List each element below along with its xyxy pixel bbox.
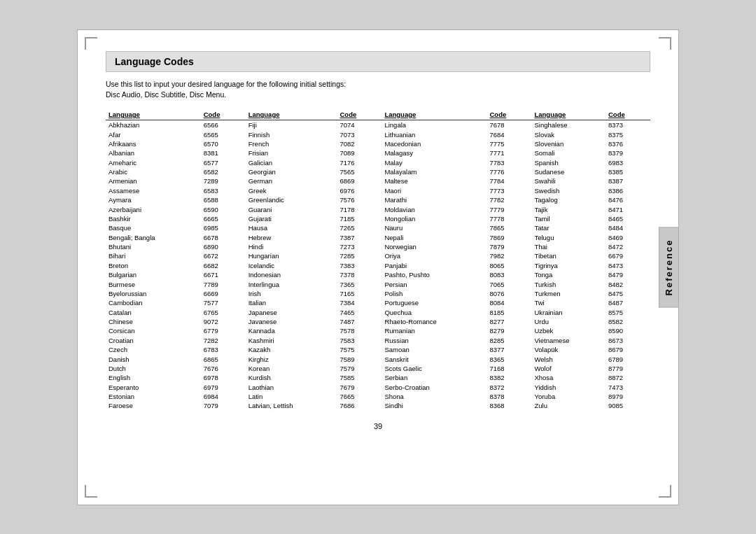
code-cell: 8475	[606, 289, 650, 298]
language-cell: Abkhazian	[106, 120, 201, 130]
code-cell: 7185	[337, 214, 382, 223]
table-row: Catalan6765Japanese7465Quechua8185Ukrain…	[106, 308, 650, 317]
language-cell: Gujarati	[246, 214, 337, 223]
language-cell: Slovenian	[531, 139, 606, 148]
language-cell: Corsican	[106, 326, 201, 335]
code-cell: 7679	[337, 383, 382, 392]
code-cell: 7678	[487, 120, 532, 130]
code-cell: 7771	[487, 148, 532, 157]
code-cell: 7387	[337, 233, 382, 242]
language-cell: Czech	[106, 345, 201, 354]
language-cell: Tibetan	[531, 251, 606, 260]
code-cell: 8582	[606, 317, 650, 326]
code-cell: 8476	[606, 195, 650, 204]
code-cell: 8471	[606, 204, 650, 213]
code-cell: 7378	[337, 270, 382, 279]
table-row: Arabic6582Georgian7565Malayalam7776Sudan…	[106, 167, 650, 176]
code-cell: 6983	[606, 158, 650, 167]
code-cell: 7576	[337, 195, 382, 204]
code-cell: 7789	[201, 279, 246, 288]
language-cell: Singhalese	[531, 120, 606, 130]
language-cell: Croatian	[106, 336, 201, 345]
language-cell: Mongolian	[382, 214, 486, 223]
language-cell: Wolof	[531, 364, 606, 373]
table-row: Dutch7676Korean7579Scots Gaelic7168Wolof…	[106, 364, 650, 373]
col-header-code2: Code	[337, 109, 382, 120]
code-cell: 7082	[337, 139, 382, 148]
code-cell: 6869	[337, 176, 382, 185]
code-cell: 7465	[337, 308, 382, 317]
language-cell: Chinese	[106, 317, 201, 326]
language-cell: Icelandic	[246, 261, 337, 270]
language-cell: Catalan	[106, 308, 201, 317]
page-container: Reference Language Codes Use this list t…	[77, 29, 679, 505]
table-row: Aymara6588Greenlandic7576Marathi7782Taga…	[106, 195, 650, 204]
language-cell: Twi	[531, 298, 606, 307]
language-cell: Rumanian	[382, 326, 486, 335]
language-cell: Byelorussian	[106, 289, 201, 298]
code-cell: 8679	[606, 345, 650, 354]
language-cell: Xhosa	[531, 373, 606, 382]
code-cell: 7265	[337, 223, 382, 232]
code-cell: 6779	[201, 326, 246, 335]
code-cell: 7575	[337, 345, 382, 354]
language-cell: Polish	[382, 289, 486, 298]
col-header-code1: Code	[201, 109, 246, 120]
col-header-lang1: Language	[106, 109, 201, 120]
language-cell: Greek	[246, 186, 337, 195]
table-row: Corsican6779Kannada7578Rumanian8279Uzbek…	[106, 326, 650, 335]
code-cell: 7487	[337, 317, 382, 326]
language-cell: Turkmen	[531, 289, 606, 298]
reference-tab: Reference	[659, 227, 679, 307]
language-cell: Frisian	[246, 148, 337, 157]
language-cell: Arabic	[106, 167, 201, 176]
code-cell: 6583	[201, 186, 246, 195]
language-cell: Malagasy	[382, 148, 486, 157]
language-cell: Yiddish	[531, 383, 606, 392]
code-cell: 8076	[487, 289, 532, 298]
table-row: Azerbaijani6590Guarani7178Moldavian7779T…	[106, 204, 650, 213]
table-row: Chinese9072Javanese7487Rhaeto-Romance827…	[106, 317, 650, 326]
code-cell: 7585	[337, 373, 382, 382]
table-row: Cambodian7577Italian7384Portuguese8084Tw…	[106, 298, 650, 307]
code-cell: 6984	[201, 392, 246, 401]
code-cell: 6682	[201, 261, 246, 270]
language-cell: Latin	[246, 392, 337, 401]
code-cell: 8378	[487, 392, 532, 401]
language-cell: Fiji	[246, 120, 337, 130]
language-cell: Tigrinya	[531, 261, 606, 270]
language-cell: Greenlandic	[246, 195, 337, 204]
language-cell: Maori	[382, 186, 486, 195]
code-cell: 7273	[337, 242, 382, 251]
code-cell: 9085	[606, 401, 650, 410]
code-cell: 7589	[337, 354, 382, 363]
code-cell: 8472	[606, 242, 650, 251]
code-cell: 6565	[201, 129, 246, 139]
table-row: Faroese7079Latvian, Lettish7686Sindhi836…	[106, 401, 650, 410]
language-cell: Breton	[106, 261, 201, 270]
language-cell: Cambodian	[106, 298, 201, 307]
table-row: Armenian7289German6869Maltese7784Swahili…	[106, 176, 650, 185]
language-cell: German	[246, 176, 337, 185]
code-cell: 7384	[337, 298, 382, 307]
table-row: Estonian6984Latin7665Shona8378Yoruba8979	[106, 392, 650, 401]
code-cell: 8469	[606, 233, 650, 242]
language-cell: Turkish	[531, 279, 606, 288]
code-cell: 6865	[201, 354, 246, 363]
language-cell: Japanese	[246, 308, 337, 317]
language-cell: Lingala	[382, 120, 486, 130]
code-cell: 7578	[337, 326, 382, 335]
table-row: Czech6783Kazakh7575Samoan8377Volapük8679	[106, 345, 650, 354]
code-cell: 7676	[201, 364, 246, 373]
code-cell: 9072	[201, 317, 246, 326]
language-cell: Kazakh	[246, 345, 337, 354]
code-cell: 7168	[487, 364, 532, 373]
code-cell: 8375	[606, 129, 650, 139]
language-cell: Maltese	[382, 176, 486, 185]
corner-tr	[659, 37, 671, 50]
language-cell: Malayalam	[382, 167, 486, 176]
code-cell: 6985	[201, 223, 246, 232]
code-cell: 8379	[606, 148, 650, 157]
language-cell: Bulgarian	[106, 270, 201, 279]
language-cell: Kirghiz	[246, 354, 337, 363]
